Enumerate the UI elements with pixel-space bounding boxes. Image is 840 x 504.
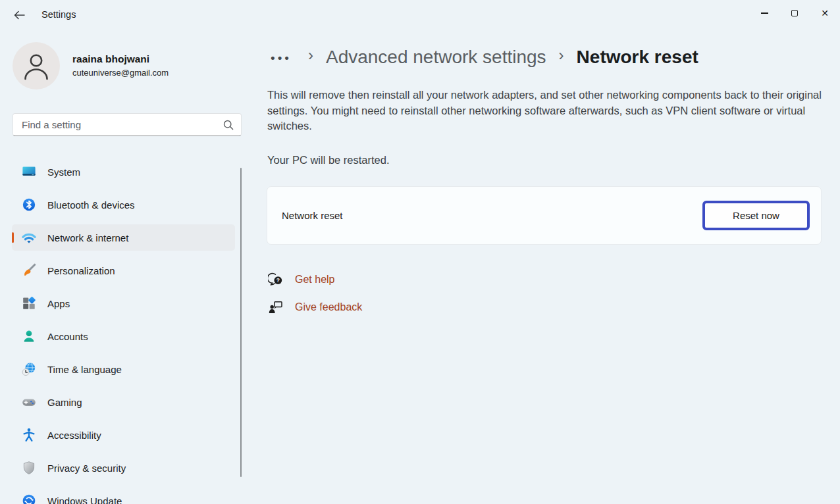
page-description: This will remove then reinstall all your… (267, 88, 828, 134)
maximize-icon (791, 10, 798, 16)
network-reset-card: Network reset Reset now (267, 186, 822, 245)
sidebar-item-accounts[interactable]: Accounts (12, 323, 235, 349)
avatar (13, 42, 60, 89)
bluetooth-icon (21, 197, 37, 213)
breadcrumb-overflow-button[interactable]: ••• (267, 52, 296, 64)
sidebar-nav: System Bluetooth & devices Network & int… (0, 159, 245, 504)
sidebar-item-personalization[interactable]: Personalization (12, 257, 235, 284)
close-button[interactable]: ✕ (810, 0, 840, 26)
sidebar-item-apps[interactable]: Apps (12, 290, 235, 316)
close-icon: ✕ (821, 9, 829, 18)
sidebar-item-label: Gaming (47, 397, 82, 408)
shield-icon (21, 460, 37, 476)
person-icon (21, 328, 37, 344)
sidebar-item-label: Personalization (47, 265, 115, 276)
help-links: ? Get help Give feedback (267, 272, 362, 327)
sidebar-item-privacy-security[interactable]: Privacy & security (12, 455, 235, 481)
search-box (13, 113, 242, 136)
sidebar-item-bluetooth-devices[interactable]: Bluetooth & devices (12, 191, 235, 218)
update-icon (21, 493, 37, 504)
maximize-button[interactable] (779, 0, 810, 26)
get-help-link[interactable]: ? Get help (267, 272, 362, 288)
user-email: cuteuniverse@gmail.com (72, 68, 169, 78)
sidebar-scrollbar[interactable] (240, 168, 242, 477)
gamepad-icon (21, 394, 37, 410)
breadcrumb: ••• › Advanced network settings › Networ… (267, 43, 698, 71)
window-title: Settings (41, 9, 76, 20)
search-input[interactable] (13, 114, 241, 136)
wifi-icon (21, 230, 37, 245)
sidebar-item-label: Accessibility (47, 430, 101, 441)
get-help-label: Get help (295, 274, 334, 286)
main-content: ••• › Advanced network settings › Networ… (267, 29, 840, 504)
network-reset-label: Network reset (282, 210, 343, 221)
sidebar-item-time-language[interactable]: Time & language (12, 356, 235, 382)
give-feedback-label: Give feedback (295, 301, 362, 313)
accessibility-icon (21, 427, 37, 443)
chevron-right-icon: › (559, 47, 564, 67)
sidebar: raaina bhojwani cuteuniverse@gmail.com S… (0, 29, 245, 504)
sidebar-item-label: Accounts (47, 331, 88, 342)
window-controls: ✕ (749, 0, 840, 26)
back-button[interactable] (9, 5, 29, 25)
sidebar-item-accessibility[interactable]: Accessibility (12, 422, 235, 448)
sidebar-item-label: Bluetooth & devices (47, 199, 135, 211)
sidebar-item-label: Apps (47, 298, 70, 309)
sidebar-item-label: Network & internet (47, 232, 128, 243)
paintbrush-icon (21, 263, 37, 278)
restart-note: Your PC will be restarted. (267, 154, 390, 166)
page-title: Network reset (577, 47, 698, 68)
chevron-right-icon: › (308, 47, 313, 67)
titlebar: Settings ✕ (0, 0, 840, 29)
sidebar-item-system[interactable]: System (12, 159, 235, 185)
apps-icon (21, 295, 37, 311)
sidebar-item-label: Time & language (47, 364, 122, 375)
system-icon (21, 164, 37, 180)
globe-clock-icon (21, 361, 37, 377)
breadcrumb-advanced-network-settings[interactable]: Advanced network settings (326, 47, 546, 68)
sidebar-item-label: Privacy & security (47, 463, 126, 474)
minimize-button[interactable] (749, 0, 779, 26)
give-feedback-link[interactable]: Give feedback (267, 299, 362, 315)
svg-text:?: ? (276, 277, 280, 284)
minimize-icon (761, 13, 768, 13)
search-icon (223, 120, 234, 130)
user-info: raaina bhojwani cuteuniverse@gmail.com (72, 53, 169, 78)
sidebar-item-gaming[interactable]: Gaming (12, 389, 235, 415)
sidebar-item-label: System (47, 166, 80, 178)
sidebar-item-windows-update[interactable]: Windows Update (12, 488, 235, 504)
reset-now-button[interactable]: Reset now (702, 201, 810, 230)
person-outline-icon (22, 51, 51, 81)
help-bubble-icon: ? (268, 272, 284, 288)
sidebar-item-network-internet[interactable]: Network & internet (12, 224, 235, 251)
feedback-person-icon (268, 299, 284, 315)
back-arrow-icon (14, 11, 25, 20)
user-name: raaina bhojwani (72, 53, 169, 65)
sidebar-item-label: Windows Update (47, 495, 122, 504)
